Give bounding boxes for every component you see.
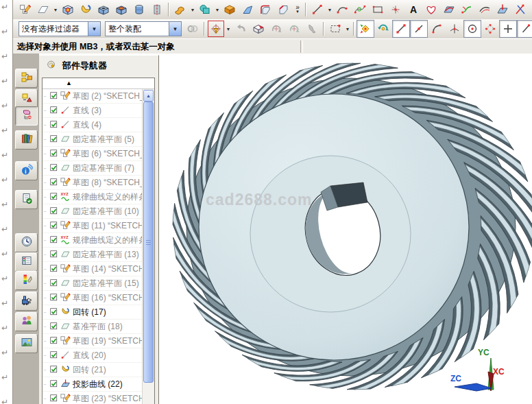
line-button[interactable] xyxy=(309,1,326,19)
snap-quadrant-button[interactable] xyxy=(481,20,499,38)
feature-checkbox-checked[interactable] xyxy=(50,250,59,259)
curve-doc-button[interactable] xyxy=(529,1,532,19)
selection-scope-dropdown[interactable]: 整个装配▼ xyxy=(105,21,182,36)
helix-button[interactable] xyxy=(440,1,458,19)
rectangle-select-button-dropdown-arrow[interactable]: ▼ xyxy=(344,21,351,37)
feature-checkbox-checked[interactable] xyxy=(50,193,59,202)
feature-checkbox-checked[interactable] xyxy=(50,164,59,173)
feature-tree-row[interactable]: ··固定基准平面 (15) xyxy=(43,276,154,291)
combined-projection-button[interactable] xyxy=(511,1,529,19)
feature-checkbox-checked[interactable] xyxy=(50,265,59,274)
scrollbar-up-button[interactable]: ▲ xyxy=(143,90,154,102)
feature-tree-row[interactable]: ··草图 (14) “SKETCH xyxy=(43,262,154,276)
sketch-button[interactable] xyxy=(16,1,34,19)
line-button-dropdown-arrow[interactable]: ▼ xyxy=(326,1,333,18)
feature-checkbox-checked[interactable] xyxy=(50,135,59,144)
profile-curve-button[interactable] xyxy=(422,1,440,19)
hd3d-tools-tab[interactable]: i xyxy=(15,161,38,180)
text-button[interactable]: A xyxy=(404,1,422,19)
feature-tree-row[interactable]: ··固定基准平面 (13) xyxy=(43,248,154,262)
tree-scrollbar[interactable]: ▲ xyxy=(142,89,154,404)
feature-tree-row[interactable]: ··XYZ规律曲线定义的样条 xyxy=(43,233,154,248)
snap-endpoint-button[interactable] xyxy=(392,20,410,38)
feature-tree-row[interactable]: ··草图 (11) “SKETCH xyxy=(43,219,154,233)
edge-blend-button[interactable] xyxy=(256,1,274,19)
feature-tree-row[interactable]: ··投影曲线 (22) xyxy=(43,377,154,392)
chamfer-button[interactable] xyxy=(274,1,292,19)
history-tab[interactable] xyxy=(15,233,38,252)
feature-tree-row[interactable]: ··直线 (20) xyxy=(43,348,154,363)
feature-checkbox-checked[interactable] xyxy=(50,222,59,230)
pocket-button[interactable] xyxy=(112,1,130,19)
snap-control-point-button[interactable] xyxy=(428,20,446,38)
boss-button[interactable] xyxy=(130,1,148,19)
unite-boolean-button[interactable] xyxy=(196,1,214,19)
unite-boolean-button-dropdown-arrow[interactable]: ▼ xyxy=(214,1,221,18)
feature-tree-row[interactable]: ··草图 (16) “SKETCH xyxy=(43,291,154,305)
feature-tree-row[interactable]: ··回转 (17) xyxy=(43,305,154,320)
feature-checkbox-checked[interactable] xyxy=(50,106,59,115)
chevron-down-icon[interactable]: ▼ xyxy=(88,22,100,36)
toolbar-overflow-button[interactable]: »▼ xyxy=(292,1,303,18)
machining-wizard-tab[interactable] xyxy=(15,292,38,311)
feature-checkbox-checked[interactable] xyxy=(50,366,59,375)
point-button[interactable] xyxy=(387,1,404,19)
arc-button[interactable] xyxy=(333,1,351,19)
reuse-library-tab[interactable] xyxy=(15,130,38,150)
feature-tree-row[interactable]: ··直线 (3) xyxy=(43,104,154,118)
studio-spline-button[interactable] xyxy=(351,1,369,19)
join-curve-button[interactable] xyxy=(476,1,494,19)
tree-sort-header[interactable]: ▲ xyxy=(43,78,154,89)
feature-tree-row[interactable]: ··直线 (4) xyxy=(43,118,154,132)
revolve-button[interactable] xyxy=(77,1,95,19)
assembly-navigator-tab[interactable] xyxy=(15,69,38,88)
integration-browser-tab[interactable] xyxy=(15,252,38,272)
feature-checkbox-checked[interactable] xyxy=(50,308,59,317)
feature-checkbox-checked[interactable] xyxy=(50,394,59,403)
feature-checkbox-checked[interactable] xyxy=(50,207,59,216)
feature-checkbox-checked[interactable] xyxy=(50,351,59,360)
clip-section-button[interactable] xyxy=(303,20,321,38)
feature-checkbox-checked[interactable] xyxy=(50,380,59,389)
thread-button[interactable] xyxy=(148,1,166,19)
snap-midpoint-button[interactable] xyxy=(410,20,428,38)
feature-checkbox-checked[interactable] xyxy=(50,121,59,130)
scrollbar-thumb[interactable] xyxy=(143,102,154,383)
project-curve-button[interactable] xyxy=(494,1,511,19)
datum-plane-button[interactable] xyxy=(34,1,52,19)
feature-tree-row[interactable]: ··基准平面 (18) xyxy=(43,320,154,334)
selection-filter-dropdown[interactable]: 没有选择过滤器▼ xyxy=(19,21,101,36)
snap-point-filter-button-dropdown-arrow[interactable]: ▼ xyxy=(225,21,232,37)
snap-rotation-point-button[interactable] xyxy=(374,20,392,38)
feature-checkbox-checked[interactable] xyxy=(50,294,59,302)
interpart-link-button[interactable] xyxy=(184,20,202,38)
feature-checkbox-checked[interactable] xyxy=(50,178,59,187)
feature-checkbox-checked[interactable] xyxy=(50,337,59,346)
work-layer-button[interactable] xyxy=(250,20,267,38)
block-button[interactable] xyxy=(59,1,77,19)
graphics-viewport[interactable]: cad2688.com YCXCZC 部件导航器 ▲ ··草图 (2) “SKE… xyxy=(39,54,532,404)
part-navigator-tab[interactable] xyxy=(15,106,38,126)
draft-button[interactable] xyxy=(239,1,256,19)
feature-tree-row[interactable]: ··回转 (21) xyxy=(43,363,154,377)
datum-plane-button-dropdown-arrow[interactable]: ▼ xyxy=(52,1,59,18)
chevron-down-icon[interactable]: ▼ xyxy=(169,22,181,36)
feature-tree-row[interactable]: ··固定基准平面 (7) xyxy=(43,161,154,176)
enable-snap-point-button[interactable] xyxy=(356,20,374,38)
snap-point-on-curve-button[interactable] xyxy=(517,20,532,38)
feature-checkbox-checked[interactable] xyxy=(50,322,59,331)
dependencies-tab[interactable] xyxy=(15,190,38,209)
hole-button[interactable] xyxy=(95,1,112,19)
snap-arc-center-button[interactable] xyxy=(463,20,481,38)
snap-existing-point-button[interactable] xyxy=(499,20,517,38)
materials-tab[interactable] xyxy=(15,271,38,290)
feature-tree-row[interactable]: ··草图 (19) “SKETCH xyxy=(43,334,154,348)
snap-intersection-button[interactable] xyxy=(446,20,463,38)
feature-tree-row[interactable]: ··草图 (2) “SKETCH_ xyxy=(43,89,154,104)
rotate-point-button[interactable] xyxy=(267,20,285,38)
rectangle-select-button[interactable] xyxy=(326,20,344,38)
orient-view-button[interactable] xyxy=(285,20,303,38)
swept-feature-button-dropdown-arrow[interactable]: ▼ xyxy=(189,1,196,18)
undo-button[interactable] xyxy=(232,20,250,38)
feature-tree-row[interactable]: ··固定基准平面 (5) xyxy=(43,132,154,147)
